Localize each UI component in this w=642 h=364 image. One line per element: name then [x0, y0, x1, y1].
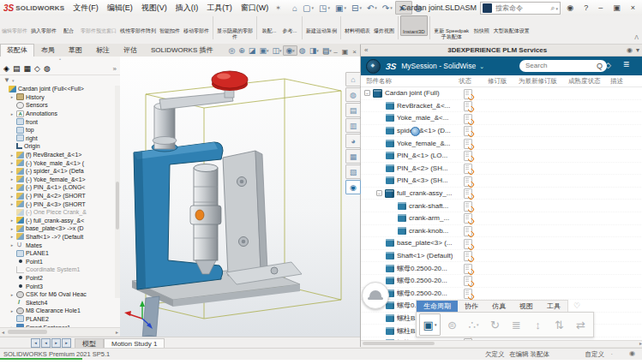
new-file-icon[interactable]: ▢ [300, 2, 316, 14]
ribbon-tab[interactable]: 装配体 [0, 44, 34, 57]
toolbar-button[interactable]: 配合 [58, 15, 79, 34]
toolbar-button[interactable]: 材料明细表 [343, 15, 372, 34]
feature-tree-item[interactable]: Annotations [0, 110, 120, 118]
RevBracket_&<...[interactable]: RevBracket_&<... [361, 100, 642, 113]
expand-arrow-icon[interactable] [9, 160, 15, 165]
PIN_&<2> (SH...[interactable]: PIN_&<2> (SH... [361, 163, 642, 176]
toolbar-button[interactable]: 插入零部件 [29, 15, 58, 34]
menu-item[interactable]: 编辑(E) [104, 2, 136, 15]
toolbar-button[interactable] [302, 16, 303, 39]
crank-knob...[interactable]: crank-knob... [361, 225, 642, 238]
search-scope-icon[interactable] [483, 3, 492, 13]
lifecycle-save-icon[interactable]: ▣ [419, 313, 441, 336]
share-icon[interactable]: ∴ [464, 314, 483, 335]
prev-tab-icon[interactable]: ◂ [41, 338, 51, 348]
feature-tree-item[interactable]: base_plate<3> ->x (D [0, 224, 120, 233]
ribbon-tab[interactable]: SOLIDWORKS 插件 [144, 44, 219, 57]
custom-properties-tab-icon[interactable]: ▧ [345, 164, 361, 179]
feature-tree-item[interactable]: Cardan joint (Full<<Full> [0, 85, 120, 93]
scroll-left-icon[interactable]: ◂ [0, 329, 6, 335]
PIN_&<1> (LO...[interactable]: PIN_&<1> (LO... [361, 150, 642, 163]
column-header[interactable]: 描述 [610, 77, 636, 86]
feature-tree-item[interactable]: (f) RevBracket_&<1> [0, 151, 120, 159]
toolbar-button[interactable] [213, 16, 213, 39]
ribbon-tab[interactable]: 标注 [89, 44, 117, 57]
last-tab-icon[interactable]: ▸ [62, 338, 71, 348]
assistant-avatar[interactable] [362, 282, 389, 309]
panel-splitter[interactable]: • [0, 57, 120, 63]
expand-arrow-icon[interactable] [9, 94, 15, 99]
section-view-icon[interactable]: ◪ [247, 46, 258, 55]
feature-tree-item[interactable]: right [0, 134, 120, 143]
configuration-manager-tab-icon[interactable]: ▦ [23, 63, 31, 74]
doc-close-icon[interactable]: × [352, 48, 357, 56]
toolbar-button[interactable]: 移动零部件 [182, 15, 211, 34]
file-explorer-tab-icon[interactable]: ▥ [345, 118, 361, 133]
feature-tree-item[interactable]: Mates [0, 241, 120, 249]
tree-horizontal-scrollbar[interactable]: ◂ ▸ [0, 327, 120, 336]
print-icon[interactable]: ⊟ [349, 2, 364, 14]
toolbar-button[interactable] [398, 16, 399, 39]
feature-tree-item[interactable]: (-) full_crank-assy_&< [0, 217, 120, 225]
feature-tree-item[interactable]: History [0, 93, 120, 102]
toolbar-button[interactable]: 新建运动算例 [304, 15, 339, 34]
plm-search-input[interactable] [524, 61, 580, 70]
feature-tree-item[interactable]: Shaft<1> ->? (Default [0, 233, 120, 242]
expand-arrow-icon[interactable] [9, 308, 15, 313]
replace-component-icon[interactable]: ⇅ [549, 314, 569, 335]
panel-collapse-icon[interactable]: « [361, 46, 371, 54]
menu-item[interactable]: 视图(V) [138, 2, 171, 15]
full_crank-assy_...[interactable]: − full_crank-assy_... [361, 188, 642, 200]
expand-arrow-icon[interactable] [9, 185, 15, 190]
graphics-viewport[interactable] [120, 57, 362, 337]
ribbon-tab[interactable]: 草图 [62, 44, 89, 57]
display-manager-tab-icon[interactable]: ◍ [44, 63, 51, 74]
home-icon[interactable]: ⌂ [290, 2, 300, 14]
toolbar-button[interactable]: 线性零部件阵列 [118, 15, 158, 34]
crank-arm_...[interactable]: crank-arm_... [361, 212, 642, 225]
3dexperience-compass-icon[interactable] [366, 59, 381, 74]
help-icon[interactable]: ? [579, 3, 593, 12]
toolbar-button[interactable]: 显示隐藏的零部件 [215, 15, 255, 39]
doc-minimize-icon[interactable]: – [333, 48, 337, 56]
insert-component-icon[interactable]: ⇄ [571, 314, 591, 335]
study-tab[interactable]: Motion Study 1 [104, 338, 165, 349]
feature-tree-item[interactable]: (-) One Piece Crank_& [0, 208, 120, 217]
hide-show-items-icon[interactable]: ◉ [283, 45, 297, 56]
Shaft<1> (Default)[interactable]: Shaft<1> (Default) [361, 250, 642, 263]
expand-collapse-box[interactable]: − [376, 190, 382, 196]
螺母0.2500-20...[interactable]: 螺母0.2500-20... [361, 275, 642, 288]
feature-tree-item[interactable]: Point1 [0, 257, 120, 266]
plm-toolbar-tab[interactable]: 协作 [458, 301, 485, 312]
column-header[interactable]: 部件名称 [366, 77, 459, 86]
feature-tree-item[interactable]: (-) PIN_&<1> (LONG< [0, 183, 120, 192]
feature-tree-item[interactable]: top [0, 126, 120, 134]
expand-arrow-icon[interactable] [9, 218, 15, 223]
base_plate<3> (...[interactable]: base_plate<3> (... [361, 237, 642, 250]
toolbar-button[interactable]: 爆炸视图 [372, 15, 396, 34]
tree-filter[interactable]: ▼ [0, 75, 120, 85]
column-header[interactable]: 成熟度状态 [568, 77, 610, 86]
search-input[interactable] [494, 3, 550, 13]
expand-collapse-box[interactable]: − [364, 90, 370, 96]
toolbar-button[interactable]: 编辑零部件 [0, 15, 29, 34]
resources-tab-icon[interactable]: ◍ [345, 87, 361, 102]
doc-window-icon[interactable]: ▢ [323, 48, 330, 56]
zoom-fit-icon[interactable]: ◎ [226, 46, 237, 55]
dimxpert-manager-tab-icon[interactable]: ◇ [34, 63, 40, 74]
view-palette-tab-icon[interactable]: ▦ [345, 149, 361, 164]
flyout-expand-icon[interactable]: » [113, 65, 117, 73]
panel-pin-icon[interactable]: ▾ [636, 46, 639, 54]
tag-icon[interactable]: ◇ [605, 61, 611, 69]
feature-tree-item[interactable]: (-) PIN_&<2> (SHORT [0, 192, 120, 200]
column-header[interactable]: 状态 [459, 77, 488, 86]
scrollbar-thumb[interactable] [363, 342, 435, 345]
expand-arrow-icon[interactable] [9, 242, 15, 248]
toolbar-button[interactable]: 大型装配体设置 [492, 15, 531, 34]
menu-item[interactable]: 工具(T) [203, 2, 236, 15]
open-file-icon[interactable]: ◳ [316, 2, 333, 14]
feature-tree-item[interactable]: Point2 [0, 274, 120, 283]
feature-tree-item[interactable]: PLANE2 [0, 315, 120, 324]
plm-toolbar-tab[interactable]: 仿真 [485, 301, 513, 312]
plm-search[interactable]: Q [519, 60, 607, 72]
